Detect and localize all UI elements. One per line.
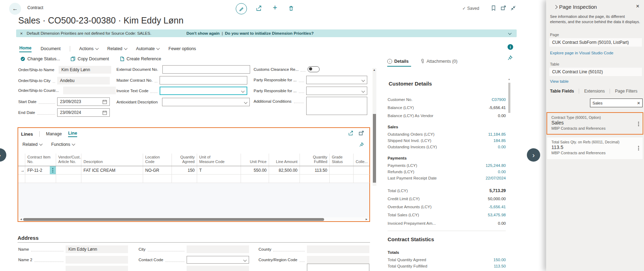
table-cell[interactable] xyxy=(25,175,56,183)
name-2-value[interactable] xyxy=(66,256,128,264)
tab-attachments[interactable]: Attachments (0) xyxy=(421,59,457,64)
table-cell[interactable] xyxy=(81,175,143,183)
factbox-scrollbar[interactable]: ▲ xyxy=(508,78,511,267)
info-button[interactable]: i xyxy=(508,44,513,50)
scrollbar-thumb[interactable] xyxy=(23,218,324,221)
tab-home[interactable]: Home xyxy=(19,46,32,52)
explore-page-link[interactable]: Explore page in Visual Studio Code xyxy=(550,51,613,55)
initialize-priorities-link[interactable]: Do you want to initialize Dimension Prio… xyxy=(225,31,314,35)
total-qty-agreed-link[interactable]: 150.00 xyxy=(494,258,506,262)
last-payment-date-link[interactable]: 22/07/2024 xyxy=(485,176,506,180)
column-header-uom[interactable]: Unit ofMeasure Code xyxy=(197,154,241,166)
scroll-up-icon[interactable]: ▲ xyxy=(508,78,510,80)
tab-manage[interactable]: Manage xyxy=(46,131,62,136)
unpin-button[interactable] xyxy=(507,55,513,61)
customs-clearance-toggle[interactable] xyxy=(308,66,320,72)
lines-menu-functions[interactable]: Functions xyxy=(51,142,75,147)
outstanding-invoices-link[interactable]: 0.00 xyxy=(498,145,506,149)
cell-vendor-article-no[interactable] xyxy=(56,166,81,174)
master-contract-no-input[interactable] xyxy=(160,76,247,84)
scrollbar-thumb[interactable] xyxy=(508,83,510,113)
country-region-code-value[interactable] xyxy=(307,256,369,264)
chevron-down-icon[interactable] xyxy=(244,100,247,104)
table-cell[interactable] xyxy=(269,175,300,183)
antioxidant-description-input[interactable] xyxy=(162,98,250,106)
main-vertical-scrollbar[interactable]: ▲ xyxy=(373,68,376,186)
bookmark-button[interactable] xyxy=(490,5,497,11)
ellipsis-icon[interactable] xyxy=(638,148,639,149)
table-cell[interactable] xyxy=(56,175,81,183)
column-header-collection[interactable]: Colle... xyxy=(354,154,370,166)
calendar-icon[interactable] xyxy=(102,110,107,115)
order-ship-to-country-value[interactable] xyxy=(63,87,116,94)
fewer-options[interactable]: Fewer options xyxy=(168,46,196,51)
edit-button[interactable] xyxy=(236,3,247,14)
cell-line-amount[interactable]: 82,500.00 xyxy=(269,166,300,174)
party-responsible-1-input[interactable] xyxy=(306,76,367,84)
tab-details[interactable]: i Details xyxy=(387,59,409,64)
ellipsis-icon[interactable] xyxy=(638,123,639,124)
clear-search-icon[interactable]: × xyxy=(635,100,642,106)
table-cell[interactable] xyxy=(172,175,197,183)
scroll-right-icon[interactable]: ► xyxy=(365,218,368,221)
shipped-not-invd-link[interactable]: 184.85 xyxy=(494,138,506,143)
address-partial-field[interactable] xyxy=(66,266,128,271)
notification-expand-icon[interactable] xyxy=(508,31,512,35)
table-cell[interactable] xyxy=(241,175,269,183)
open-in-window-button[interactable] xyxy=(500,5,507,11)
cell-quantity-fulfilled[interactable]: 113.50 xyxy=(300,166,330,174)
cell-feed-grade[interactable] xyxy=(330,166,354,174)
close-icon[interactable]: × xyxy=(634,3,641,10)
external-document-no-input[interactable] xyxy=(162,65,250,74)
column-header-line-amount[interactable]: Line Amount xyxy=(269,154,300,166)
chevron-down-icon[interactable] xyxy=(362,78,365,82)
panel-collapse-icon[interactable] xyxy=(554,5,557,9)
lines-pin-button[interactable] xyxy=(358,141,364,148)
refunds-link[interactable]: 0.00 xyxy=(498,170,506,174)
calendar-icon[interactable] xyxy=(102,100,107,104)
table-cell[interactable] xyxy=(197,175,241,183)
copy-document-button[interactable]: Copy Document xyxy=(71,56,109,61)
cell-quantity-agreed[interactable]: 150 xyxy=(172,166,197,174)
tab-page-filters[interactable]: Page Filters xyxy=(615,89,637,94)
tab-line[interactable]: Line xyxy=(68,131,77,137)
column-header-quantity-agreed[interactable]: QuantityAgreed xyxy=(172,154,197,166)
cell-description[interactable]: FAT ICE CREAM xyxy=(81,166,143,174)
inspection-result[interactable]: Total Sales Qty. on Refs (60011, Decimal… xyxy=(547,137,643,159)
scrollbar-thumb[interactable] xyxy=(373,114,376,183)
contact-code-input[interactable] xyxy=(187,256,249,264)
field-search-input[interactable] xyxy=(590,101,635,105)
outstanding-orders-link[interactable]: 11,184.85 xyxy=(488,132,506,136)
new-button[interactable]: + xyxy=(271,4,279,12)
county-value[interactable] xyxy=(307,245,369,253)
table-cell[interactable] xyxy=(143,175,172,183)
payments-link[interactable]: 125,244.80 xyxy=(485,163,506,168)
horizontal-scrollbar[interactable]: ◄ ► xyxy=(19,217,369,221)
collapse-button[interactable] xyxy=(510,5,516,11)
menu-related[interactable]: Related xyxy=(107,46,127,51)
customer-no-link[interactable]: C07900 xyxy=(492,97,506,102)
order-ship-to-city-value[interactable]: Andebu xyxy=(57,77,110,84)
city-value[interactable] xyxy=(187,245,249,253)
chevron-down-icon[interactable] xyxy=(243,258,247,262)
cell-unit-price[interactable]: 550.00 xyxy=(241,166,269,174)
share-button[interactable] xyxy=(255,5,262,12)
menu-automate[interactable]: Automate xyxy=(136,46,160,51)
end-date-input[interactable]: 23/09/2024 xyxy=(57,108,110,117)
column-header-location-code[interactable]: Location Code xyxy=(143,154,172,166)
lines-share-button[interactable] xyxy=(348,130,354,136)
inspection-result-selected[interactable]: Contract Type (60001, Option) Sales MBP … xyxy=(546,112,643,135)
delete-button[interactable] xyxy=(288,5,295,12)
view-table-link[interactable]: View table xyxy=(550,79,569,83)
table-cell[interactable] xyxy=(300,175,330,183)
scroll-right-nav-button[interactable]: › xyxy=(527,148,540,162)
total-qty-fulfilled-link[interactable]: 113.50 xyxy=(494,264,506,268)
cell-collection[interactable] xyxy=(354,166,370,174)
cell-item-options[interactable] xyxy=(50,166,56,174)
tab-table-fields[interactable]: Table Fields xyxy=(550,89,574,94)
overdue-amounts-link[interactable]: -5,656.41 xyxy=(489,205,506,209)
column-header-feed-grade-status[interactable]: Feed GradeStatus xyxy=(330,154,354,166)
column-header-unit-price[interactable]: Unit Price xyxy=(241,154,269,166)
back-button[interactable]: ← xyxy=(9,3,21,15)
scroll-up-icon[interactable]: ▲ xyxy=(373,68,376,72)
